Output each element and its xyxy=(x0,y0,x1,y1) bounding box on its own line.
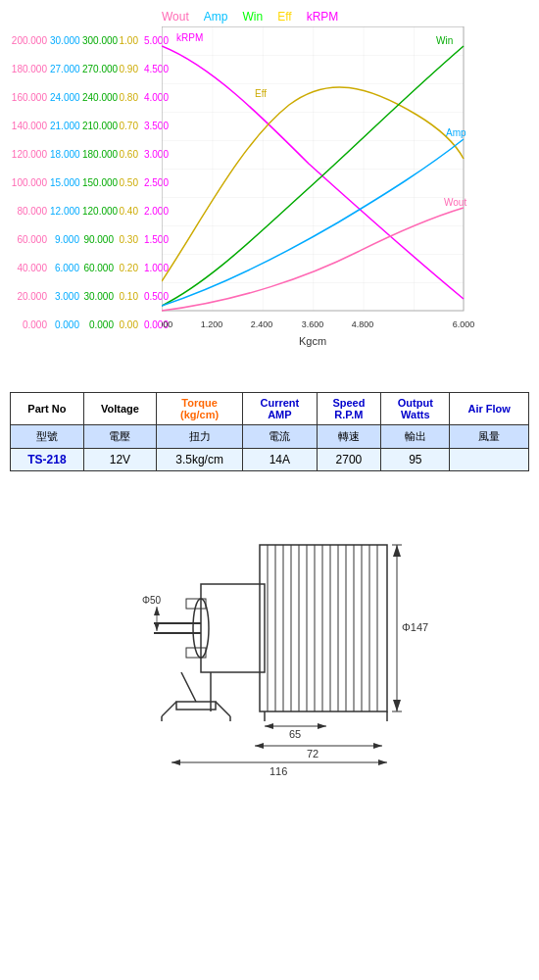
svg-text:4.800: 4.800 xyxy=(352,319,374,329)
svg-text:0.000: 0.000 xyxy=(162,319,172,329)
cell-speed: 2700 xyxy=(317,449,381,471)
eff-curve-label: Eff xyxy=(255,88,267,99)
svg-text:3.600: 3.600 xyxy=(302,319,324,329)
performance-chart: kRPM Eff Win Amp Wout 0.000 1. xyxy=(162,26,524,360)
dim-d50: Φ50 xyxy=(142,595,162,606)
header-partno: Part No xyxy=(11,393,84,425)
svg-text:6.000: 6.000 xyxy=(453,319,475,329)
y-label-row: 80.00012.000120.0000.402.000 xyxy=(10,197,162,225)
cell-torque: 3.5kg/cm xyxy=(157,449,243,471)
chinese-torque: 扭力 xyxy=(157,425,243,449)
chinese-partno: 型號 xyxy=(11,425,84,449)
header-output: Output Watts xyxy=(381,393,450,425)
y-label-row: 40.0006.00060.0000.201.000 xyxy=(10,254,162,282)
wout-curve-label: Wout xyxy=(444,197,466,208)
svg-marker-48 xyxy=(265,723,273,729)
svg-marker-55 xyxy=(378,760,387,765)
svg-marker-45 xyxy=(154,607,160,615)
svg-rect-8 xyxy=(260,545,387,711)
legend-wout: Wout xyxy=(162,10,189,24)
legend-eff: Eff xyxy=(277,10,291,24)
svg-marker-46 xyxy=(154,622,160,631)
table-header-row: Part No Voltage Torque (kg/cm) Current A… xyxy=(11,393,529,425)
diagram-section: Φ147 Φ50 65 xyxy=(0,486,539,800)
y-label-row: 180.00027.000270.0000.904.500 xyxy=(10,55,162,83)
chart-section: Wout Amp Win Eff kRPM 200.00030.000300.0… xyxy=(0,0,539,368)
table-section: Part No Voltage Torque (kg/cm) Current A… xyxy=(0,377,539,486)
legend-amp: Amp xyxy=(204,10,228,24)
svg-marker-54 xyxy=(172,760,180,765)
svg-text:1.200: 1.200 xyxy=(201,319,223,329)
svg-marker-28 xyxy=(393,700,401,711)
header-speed: Speed R.P.M xyxy=(317,393,381,425)
y-label-row: 140.00021.000210.0000.703.500 xyxy=(10,112,162,140)
mechanical-diagram: Φ147 Φ50 65 xyxy=(83,506,456,780)
header-torque: Torque (kg/cm) xyxy=(157,393,243,425)
dim-65: 65 xyxy=(289,728,301,740)
chinese-airflow: 風量 xyxy=(450,425,529,449)
y-label-row: 0.0000.0000.0000.000.000 xyxy=(10,311,162,339)
header-current: Current AMP xyxy=(243,393,317,425)
cell-output: 95 xyxy=(381,449,450,471)
table-chinese-row: 型號 電壓 扭力 電流 轉速 輸出 風量 xyxy=(11,425,529,449)
cell-voltage: 12V xyxy=(83,449,156,471)
svg-rect-0 xyxy=(162,26,464,311)
svg-line-35 xyxy=(181,672,196,702)
y-label-row: 120.00018.000180.0000.603.000 xyxy=(10,140,162,169)
y-label-row: 60.0009.00090.0000.301.500 xyxy=(10,225,162,254)
cell-current: 14A xyxy=(243,449,317,471)
chinese-speed: 轉速 xyxy=(317,425,381,449)
chinese-voltage: 電壓 xyxy=(83,425,156,449)
svg-marker-27 xyxy=(393,545,401,557)
legend-win: Win xyxy=(242,10,263,24)
chinese-output: 輸出 xyxy=(381,425,450,449)
chinese-current: 電流 xyxy=(243,425,317,449)
header-airflow: Air Flow xyxy=(450,393,529,425)
svg-text:2.400: 2.400 xyxy=(251,319,273,329)
y-label-row: 20.0003.00030.0000.100.500 xyxy=(10,282,162,311)
legend-krpm: kRPM xyxy=(307,10,339,24)
amp-curve-label: Amp xyxy=(446,127,466,138)
x-axis-label: Kgcm xyxy=(299,335,326,347)
win-curve-label: Win xyxy=(436,35,453,46)
svg-marker-49 xyxy=(318,723,326,729)
cell-airflow xyxy=(450,449,529,471)
svg-line-40 xyxy=(162,702,176,716)
y-label-row: 100.00015.000150.0000.502.500 xyxy=(10,169,162,197)
dim-d147: Φ147 xyxy=(402,621,428,633)
specs-table: Part No Voltage Torque (kg/cm) Current A… xyxy=(10,392,529,471)
cell-partno: TS-218 xyxy=(11,449,84,471)
svg-rect-29 xyxy=(201,584,265,672)
svg-rect-39 xyxy=(176,702,216,710)
header-voltage: Voltage xyxy=(83,393,156,425)
svg-marker-52 xyxy=(373,743,382,749)
dim-116: 116 xyxy=(270,765,287,777)
svg-marker-51 xyxy=(255,743,264,749)
table-data-row: TS-218 12V 3.5kg/cm 14A 2700 95 xyxy=(11,449,529,471)
svg-line-41 xyxy=(216,702,230,716)
y-label-row: 200.00030.000300.0001.005.000 xyxy=(10,26,162,55)
y-label-row: 160.00024.000240.0000.804.000 xyxy=(10,83,162,112)
krpm-curve-label: kRPM xyxy=(176,32,203,43)
dim-72: 72 xyxy=(307,748,318,760)
